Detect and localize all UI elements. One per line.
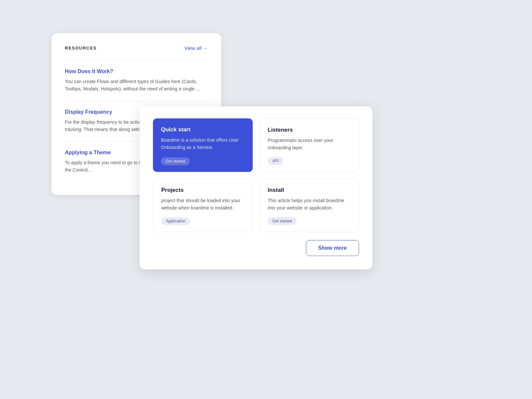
resources-header: RESOURCES View all → [65, 45, 208, 51]
doc-item-tag-install[interactable]: Get started [268, 217, 297, 225]
resource-item-title-1[interactable]: How Does It Work? [65, 68, 208, 74]
view-all-link[interactable]: View all → [184, 45, 208, 51]
docs-grid: Quick start Boardme is a solution that o… [153, 118, 359, 232]
doc-item-desc-listeners: Programmatic access over your onboarding… [268, 137, 351, 152]
resources-title: RESOURCES [65, 46, 97, 51]
doc-item-desc-quick-start: Boardme is a solution that offers User O… [161, 136, 245, 152]
doc-item-tag-quick-start[interactable]: Get started [161, 157, 190, 165]
resource-item-desc-1: You can create Flows and different types… [65, 78, 208, 93]
doc-item-listeners: Listeners Programmatic access over your … [259, 118, 359, 172]
show-more-row: Show more [153, 240, 359, 256]
doc-item-install: Install This article helps you install b… [259, 179, 359, 232]
docs-card: Quick start Boardme is a solution that o… [140, 106, 372, 269]
doc-item-projects: Projects project that should be loaded i… [153, 179, 253, 232]
resource-item-1: How Does It Work? You can create Flows a… [65, 60, 208, 101]
doc-item-tag-projects[interactable]: Application [161, 217, 190, 225]
doc-item-desc-install: This article helps you install boardme i… [268, 197, 351, 212]
doc-item-title-projects: Projects [161, 187, 244, 194]
doc-item-quick-start: Quick start Boardme is a solution that o… [153, 118, 253, 172]
doc-item-desc-projects: project that should be loaded into your … [161, 197, 244, 212]
doc-item-title-install: Install [268, 187, 351, 194]
doc-item-title-listeners: Listeners [268, 127, 351, 133]
doc-item-tag-listeners[interactable]: API [268, 157, 283, 165]
doc-item-title-quick-start: Quick start [161, 126, 245, 133]
show-more-button[interactable]: Show more [306, 240, 359, 256]
